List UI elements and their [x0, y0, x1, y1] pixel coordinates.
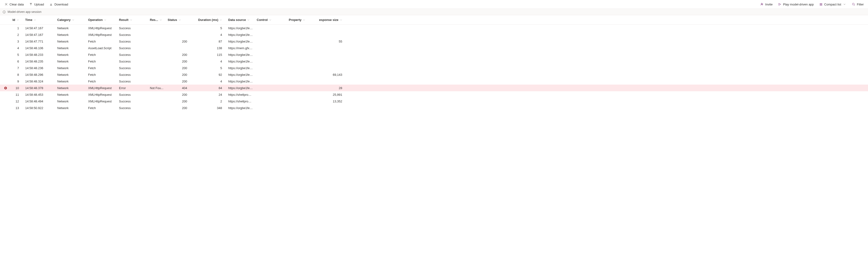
column-header-duration[interactable]: Duration (ms) — [194, 18, 226, 22]
cell-time: 14:58:48.324 — [23, 80, 55, 83]
column-header-label: Id — [12, 18, 15, 22]
play-button[interactable]: Play model-driven app — [776, 1, 815, 7]
table-row[interactable]: 114:58:47.167NetworkXMLHttpRequestSucces… — [0, 25, 868, 31]
table-row[interactable]: 1314:58:50.922NetworkFetchSuccess200348h… — [0, 105, 868, 111]
play-label: Play model-driven app — [783, 3, 814, 6]
cell-operation: Fetch — [86, 106, 117, 110]
column-header-result[interactable]: Result — [117, 18, 148, 22]
cell-respsize: 13,352 — [319, 99, 347, 103]
cell-id: 11 — [9, 93, 23, 96]
cell-datasource: https://orgbe1fed... — [226, 106, 255, 110]
table-row[interactable]: 814:58:48.296NetworkFetchSuccess20092htt… — [0, 71, 868, 78]
cell-status: 200 — [166, 99, 194, 103]
toolbar: Clear data Upload Download Invite Play — [0, 0, 868, 8]
cell-id: 12 — [9, 99, 23, 103]
cell-operation: Fetch — [86, 73, 117, 77]
cell-time: 14:58:48.106 — [23, 46, 55, 50]
download-button[interactable]: Download — [47, 1, 70, 7]
column-header-datasource[interactable]: Data source — [226, 18, 255, 22]
download-label: Download — [54, 3, 68, 6]
table-row[interactable]: 914:58:48.324NetworkFetchSuccess2004http… — [0, 78, 868, 85]
cell-time: 14:58:50.922 — [23, 106, 55, 110]
filter-label: Filter — [857, 3, 864, 6]
cell-operation: XMLHttpRequest — [86, 93, 117, 96]
table-row[interactable]: 1014:58:48.378NetworkXMLHttpRequestError… — [0, 85, 868, 91]
svg-point-1 — [852, 3, 854, 5]
chevron-down-icon — [179, 19, 181, 21]
column-header-category[interactable]: Category — [55, 18, 86, 22]
cell-duration: 87 — [194, 40, 226, 43]
column-header-status[interactable]: Status — [166, 18, 194, 22]
cell-category: Network — [55, 33, 86, 37]
cell-id: 5 — [9, 53, 23, 57]
cell-result: Success — [117, 40, 148, 43]
column-header-label: Response size — [319, 18, 338, 22]
cell-result: Success — [117, 106, 148, 110]
cell-result: Success — [117, 66, 148, 70]
cell-duration: 348 — [194, 106, 226, 110]
cell-result: Success — [117, 80, 148, 83]
cell-category: Network — [55, 26, 86, 30]
cell-datasource: https://orgbe1fed... — [226, 66, 255, 70]
cell-datasource: https://orgbe1fed... — [226, 40, 255, 43]
filter-icon — [851, 2, 856, 6]
cell-operation: AssetLoad.Script — [86, 46, 117, 50]
cell-duration: 4 — [194, 80, 226, 83]
chevron-down-icon — [17, 19, 19, 21]
column-header-operation[interactable]: Operation — [86, 18, 117, 22]
cell-id: 7 — [9, 66, 23, 70]
clear-data-button[interactable]: Clear data — [2, 1, 26, 7]
cell-datasource: https://orgbe1fed... — [226, 73, 255, 77]
cell-status: 404 — [166, 86, 194, 90]
column-header-respmsg[interactable]: Res... — [148, 18, 166, 22]
cell-time: 14:58:48.233 — [23, 53, 55, 57]
cell-operation: XMLHttpRequest — [86, 99, 117, 103]
cell-time: 14:58:47.771 — [23, 40, 55, 43]
cell-operation: Fetch — [86, 60, 117, 63]
cell-id: 1 — [9, 26, 23, 30]
table-row[interactable]: 414:58:48.106NetworkAssetLoad.ScriptSucc… — [0, 45, 868, 51]
cell-duration: 4 — [194, 60, 226, 63]
svg-point-3 — [4, 11, 4, 11]
cell-time: 14:58:48.236 — [23, 66, 55, 70]
column-header-label: Duration (ms) — [198, 18, 218, 22]
cell-operation: Fetch — [86, 66, 117, 70]
invite-button[interactable]: Invite — [758, 1, 774, 7]
info-icon — [2, 10, 6, 13]
table-row[interactable]: 614:58:48.235NetworkFetchSuccess2004http… — [0, 58, 868, 65]
session-bar: Model-driven app session — [0, 8, 868, 15]
table-row[interactable]: 1214:58:48.494NetworkXMLHttpRequestSucce… — [0, 98, 868, 105]
table-row[interactable]: 714:58:48.236NetworkFetchSuccess2005http… — [0, 65, 868, 71]
cell-respsize: 25,991 — [319, 93, 347, 96]
view-label: Compact list — [824, 3, 841, 6]
chevron-down-icon — [303, 19, 305, 21]
cell-datasource: https://orgbe1fed... — [226, 80, 255, 83]
cell-id: 6 — [9, 60, 23, 63]
column-header-label: Control — [257, 18, 268, 22]
table-row[interactable]: 514:58:48.233NetworkFetchSuccess200115ht… — [0, 51, 868, 58]
column-header-property[interactable]: Property — [287, 18, 319, 22]
filter-button[interactable]: Filter — [850, 1, 866, 7]
cell-duration: 2 — [194, 99, 226, 103]
table-header: Id Time Category Operation Result Res...… — [0, 15, 868, 25]
invite-icon — [760, 2, 764, 6]
view-dropdown[interactable]: Compact list — [817, 1, 848, 7]
cell-duration: 138 — [194, 46, 226, 50]
table-row[interactable]: 314:58:47.771NetworkFetchSuccess20087htt… — [0, 38, 868, 45]
cell-time: 14:58:48.453 — [23, 93, 55, 96]
table-row[interactable]: 1114:58:48.453NetworkXMLHttpRequestSucce… — [0, 91, 868, 98]
cell-time: 14:58:48.235 — [23, 60, 55, 63]
column-header-respsize[interactable]: Response size — [319, 18, 347, 22]
column-header-label: Category — [57, 18, 70, 22]
table-row[interactable]: 214:58:47.167NetworkXMLHttpRequestSucces… — [0, 31, 868, 38]
cell-category: Network — [55, 73, 86, 77]
column-header-time[interactable]: Time — [23, 18, 55, 22]
column-header-control[interactable]: Control — [255, 18, 287, 22]
cell-category: Network — [55, 46, 86, 50]
table-body: 114:58:47.167NetworkXMLHttpRequestSucces… — [0, 25, 868, 111]
chevron-down-icon — [72, 19, 74, 21]
compact-list-icon — [819, 2, 823, 6]
cell-time: 14:58:47.167 — [23, 26, 55, 30]
upload-button[interactable]: Upload — [27, 1, 46, 7]
column-header-id[interactable]: Id — [9, 18, 23, 22]
